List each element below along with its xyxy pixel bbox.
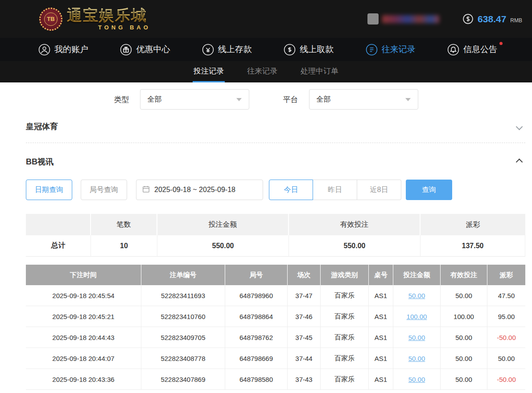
calendar-icon: [142, 185, 150, 195]
nav-item-withdraw[interactable]: 线上取款: [284, 44, 334, 56]
casino-chip-icon: TB: [39, 8, 62, 31]
cell-game: 百家乐: [321, 327, 369, 348]
type-label: 类型: [114, 94, 129, 105]
nav-label: 优惠中心: [136, 44, 170, 55]
col-header-payout: 派彩: [487, 265, 525, 285]
cell-valid-bet: 50.00: [441, 327, 487, 348]
site-logo[interactable]: TB 通宝娱乐城 TONG BAO: [39, 8, 151, 31]
nav-item-promotions[interactable]: 优惠中心: [120, 44, 170, 56]
search-button[interactable]: 查询: [406, 180, 452, 200]
nav-label: 信息公告: [463, 44, 497, 55]
payout-cell: 47.50: [487, 285, 525, 306]
nav-item-announcements[interactable]: 信息公告: [447, 44, 497, 56]
date-range-value: 2025-09-18 ~ 2025-09-18: [154, 186, 235, 194]
summary-bet-amount: 550.00: [157, 235, 289, 257]
cell-game: 百家乐: [321, 285, 369, 306]
bet-amount-link[interactable]: 100.00: [393, 306, 441, 327]
cell-round: 648798960: [225, 285, 288, 306]
chip-tb-label: TB: [44, 12, 58, 26]
chevron-down-icon: [405, 98, 411, 101]
nav-item-deposit[interactable]: 线上存款: [202, 44, 252, 56]
tab-bet-records[interactable]: 投注记录: [193, 61, 225, 82]
cell-valid-bet: 50.00: [441, 348, 487, 369]
col-header-time: 下注时间: [26, 265, 141, 285]
cell-time: 2025-09-18 20:44:43: [26, 327, 141, 348]
cell-game: 百家乐: [321, 369, 369, 390]
bet-amount-link[interactable]: 50.00: [393, 327, 441, 348]
date-query-button[interactable]: 日期查询: [26, 180, 72, 200]
date-range-input[interactable]: 2025-09-18 ~ 2025-09-18: [136, 180, 263, 200]
cell-round: 648798580: [225, 369, 288, 390]
col-header-table: 桌号: [369, 265, 393, 285]
nav-label: 往来记录: [382, 44, 416, 55]
cell-bet-id: 522823411693: [141, 285, 225, 306]
yesterday-button[interactable]: 昨日: [313, 180, 357, 200]
col-header-round: 局号: [225, 265, 288, 285]
cell-table-no: AS1: [369, 327, 393, 348]
chevron-down-icon: [516, 123, 523, 130]
cell-session: 37-43: [288, 369, 321, 390]
today-button[interactable]: 今日: [269, 180, 313, 200]
cell-session: 37-45: [288, 327, 321, 348]
bet-amount-link[interactable]: 50.00: [393, 348, 441, 369]
query-bar: 日期查询 局号查询 2025-09-18 ~ 2025-09-18 今日 昨日 …: [26, 180, 525, 200]
section-title: BB视讯: [26, 156, 54, 167]
tab-transaction-records[interactable]: 往来记录: [246, 61, 278, 82]
filter-row: 类型 全部 平台 全部: [0, 89, 532, 110]
summary-valid-bet: 550.00: [289, 235, 421, 257]
withdraw-icon: [284, 44, 296, 56]
section-bb-live[interactable]: BB视讯: [26, 143, 525, 167]
summary-header-count: 笔数: [91, 214, 157, 235]
cell-time: 2025-09-18 20:45:21: [26, 306, 141, 327]
site-title: 通宝娱乐城: [67, 8, 151, 23]
summary-table: 笔数 投注金额 有效投注 派彩 总计 10 550.00 550.00 137.…: [26, 214, 525, 257]
cell-valid-bet: 100.00: [441, 306, 487, 327]
summary-header-valid: 有效投注: [289, 214, 421, 235]
chevron-up-icon: [516, 158, 523, 165]
last8days-button[interactable]: 近8日: [357, 180, 401, 200]
cell-table-no: AS1: [369, 369, 393, 390]
bet-amount-link[interactable]: 50.00: [393, 369, 441, 390]
type-select[interactable]: 全部: [140, 89, 249, 110]
nav-item-records[interactable]: 往来记录: [366, 44, 416, 56]
summary-payout: 137.50: [421, 235, 525, 257]
sub-nav: 投注记录 往来记录 处理中订单: [0, 61, 532, 82]
cell-table-no: AS1: [369, 348, 393, 369]
bet-amount-link[interactable]: 50.00: [393, 285, 441, 306]
col-header-session: 场次: [288, 265, 321, 285]
cell-game: 百家乐: [321, 348, 369, 369]
payout-cell: -50.00: [487, 369, 525, 390]
cell-bet-id: 522823409705: [141, 327, 225, 348]
deposit-icon: [202, 44, 214, 56]
bet-records-table: 下注时间 注单编号 局号 场次 游戏类别 桌号 投注金额 有效投注 派彩 202…: [26, 265, 525, 390]
payout-cell: 50.00: [487, 348, 525, 369]
balance-currency: RMB: [510, 17, 522, 24]
type-select-value: 全部: [148, 95, 162, 104]
nav-item-my-account[interactable]: 我的账户: [38, 44, 88, 56]
cell-game: 百家乐: [321, 306, 369, 327]
cell-table-no: AS1: [369, 285, 393, 306]
cell-time: 2025-09-18 20:45:54: [26, 285, 141, 306]
gift-icon: [120, 44, 132, 56]
payout-cell: -50.00: [487, 327, 525, 348]
col-header-valid: 有效投注: [441, 265, 487, 285]
cell-round: 648798864: [225, 306, 288, 327]
top-header: TB 通宝娱乐城 TONG BAO 638.47 RMB: [0, 0, 532, 38]
announcement-icon: [447, 44, 459, 56]
cell-session: 37-46: [288, 306, 321, 327]
user-info: [367, 13, 439, 25]
cell-valid-bet: 50.00: [441, 369, 487, 390]
avatar: [367, 13, 379, 25]
dollar-coin-icon: [462, 13, 474, 25]
user-icon: [38, 44, 50, 56]
summary-header-payout: 派彩: [421, 214, 525, 235]
tab-pending-orders[interactable]: 处理中订单: [300, 61, 339, 82]
col-header-bet-id: 注单编号: [141, 265, 225, 285]
platform-select[interactable]: 全部: [309, 89, 418, 110]
col-header-game: 游戏类别: [321, 265, 369, 285]
cell-bet-id: 522823408778: [141, 348, 225, 369]
main-nav: 我的账户 优惠中心 线上存款 线上取款 往来记录 信息公告: [0, 38, 532, 61]
records-icon: [366, 44, 378, 56]
section-crown-sports[interactable]: 皇冠体育: [26, 110, 525, 143]
round-query-button[interactable]: 局号查询: [81, 180, 127, 200]
